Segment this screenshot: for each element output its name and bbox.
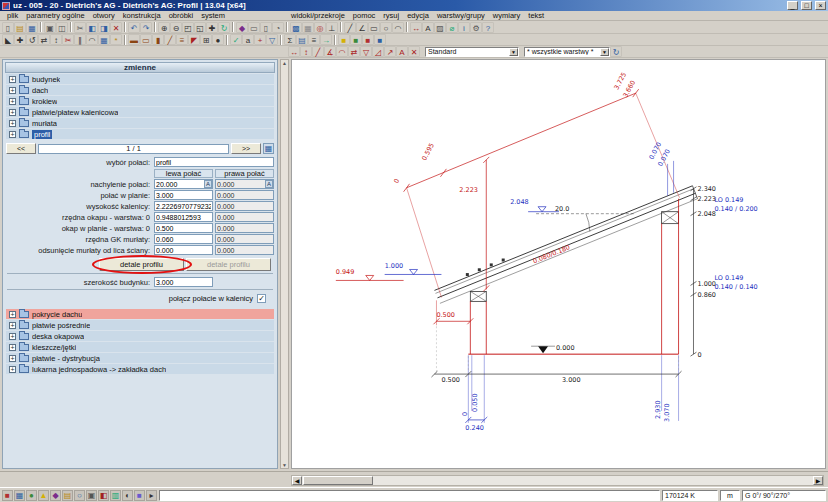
paste-icon[interactable]: ◨: [98, 22, 110, 33]
print-preview-icon[interactable]: ◫: [56, 22, 68, 33]
post-tool-icon[interactable]: ▮: [152, 34, 164, 45]
next-page-button[interactable]: >>: [231, 143, 261, 154]
profile-details-left-button[interactable]: detale profilu: [99, 258, 184, 271]
grid-icon[interactable]: ▦: [302, 22, 314, 33]
open-file-icon[interactable]: ▤: [14, 22, 26, 33]
dim-leader-icon[interactable]: ↗: [384, 46, 396, 57]
component-item-płatwie-pośrednie[interactable]: +płatwie pośrednie: [6, 320, 274, 330]
hatch-icon[interactable]: ▨: [434, 22, 446, 33]
pan-icon[interactable]: ✚: [206, 22, 218, 33]
input-rzędna-gk-murłaty-left[interactable]: [154, 234, 213, 244]
status-app-7-icon[interactable]: ○: [74, 490, 85, 501]
preset-dropdown[interactable]: Standard ▼: [425, 47, 519, 57]
text-icon[interactable]: A: [422, 22, 434, 33]
draw-polyline-icon[interactable]: ∠: [356, 22, 368, 33]
menu-tekst[interactable]: tekst: [524, 11, 548, 21]
menu-rysuj[interactable]: rysuj: [379, 11, 403, 21]
material-red-icon[interactable]: ■: [362, 34, 374, 45]
scroll-left-icon[interactable]: ◀: [292, 476, 302, 485]
expand-icon[interactable]: +: [9, 366, 16, 373]
status-app-12-icon[interactable]: ■: [134, 490, 145, 501]
dim-edit-icon[interactable]: A: [396, 46, 408, 57]
menu-otwory[interactable]: otwory: [89, 11, 119, 21]
tree-item-dach[interactable]: +dach: [6, 85, 274, 95]
join-ridge-checkbox[interactable]: ✓: [257, 294, 266, 303]
expand-icon[interactable]: +: [9, 311, 16, 318]
input-rzędna-okapu-warstwa-0-left[interactable]: [154, 212, 213, 222]
expand-icon[interactable]: +: [9, 87, 16, 94]
tree-item-krokiew[interactable]: +krokiew: [6, 96, 274, 106]
snap-icon[interactable]: ◎: [314, 22, 326, 33]
menu-plik[interactable]: plik: [3, 11, 22, 21]
status-app-5-icon[interactable]: ◆: [50, 490, 61, 501]
redraw-icon[interactable]: ↻: [218, 22, 230, 33]
component-item-płatwie-dystrybucja[interactable]: +płatwie - dystrybucja: [6, 353, 274, 363]
view-3d-icon[interactable]: ◆: [236, 22, 248, 33]
input-odsunięcie-murłaty-od-lica-ściany-left[interactable]: [154, 245, 213, 255]
dim-arc-icon[interactable]: ◠: [336, 46, 348, 57]
label-icon[interactable]: a: [242, 34, 254, 45]
expand-icon[interactable]: +: [9, 76, 16, 83]
chevron-down-icon[interactable]: ▼: [600, 48, 609, 56]
menu-pomoc[interactable]: pomoc: [349, 11, 380, 21]
draw-rect-icon[interactable]: ▭: [368, 22, 380, 33]
status-app-4-icon[interactable]: ▲: [38, 490, 49, 501]
scroll-right-icon[interactable]: ▶: [813, 476, 823, 485]
menu-parametry-ogólne[interactable]: parametry ogólne: [22, 11, 88, 21]
settings-icon[interactable]: ⚙: [470, 22, 482, 33]
expand-icon[interactable]: +: [9, 355, 16, 362]
status-app-8-icon[interactable]: ▣: [86, 490, 97, 501]
dim-level-icon[interactable]: ▽: [360, 46, 372, 57]
expand-icon[interactable]: +: [9, 333, 16, 340]
beam-tool-icon[interactable]: ▭: [140, 34, 152, 45]
mark-icon[interactable]: ✓: [230, 34, 242, 45]
status-app-6-icon[interactable]: ▤: [62, 490, 73, 501]
scroll-up-icon[interactable]: ▲: [282, 60, 287, 66]
menu-widoki-przekroje[interactable]: widoki/przekroje: [287, 11, 349, 21]
dim-chain-icon[interactable]: ⇄: [348, 46, 360, 57]
expand-icon[interactable]: +: [9, 120, 16, 127]
expand-icon[interactable]: +: [9, 131, 16, 138]
calculator-icon[interactable]: A: [265, 180, 273, 188]
draw-arc-icon[interactable]: ◠: [392, 22, 404, 33]
prev-page-button[interactable]: <<: [6, 143, 36, 154]
building-width-input[interactable]: [154, 277, 213, 287]
component-item-lukarna-jednospadowa-zakładka-dach[interactable]: +lukarna jednospadowa -> zakładka dach: [6, 364, 274, 374]
rotate-icon[interactable]: ↺: [26, 34, 38, 45]
layers-icon[interactable]: ▩: [290, 22, 302, 33]
roof-tool-icon[interactable]: ◤: [188, 34, 200, 45]
zoom-extents-icon[interactable]: ◱: [194, 22, 206, 33]
status-app-1-icon[interactable]: ■: [2, 490, 13, 501]
tree-item-budynek[interactable]: +budynek: [6, 74, 274, 84]
material-blue-icon[interactable]: ■: [374, 34, 386, 45]
dim-horizontal-icon[interactable]: ↔: [288, 46, 300, 57]
menu-edycja[interactable]: edycja: [403, 11, 433, 21]
view-front-icon[interactable]: ▯: [260, 22, 272, 33]
level-mark-icon[interactable]: ▽: [266, 34, 278, 45]
minimize-button[interactable]: _: [787, 1, 798, 10]
dim-aligned-icon[interactable]: ╱: [312, 46, 324, 57]
draw-circle-icon[interactable]: ○: [380, 22, 392, 33]
expand-icon[interactable]: +: [9, 109, 16, 116]
calculator-icon[interactable]: A: [204, 180, 212, 188]
tree-item-murłata[interactable]: +murłata: [6, 118, 274, 128]
mirror-icon[interactable]: ⇄: [38, 34, 50, 45]
redo-icon[interactable]: ↷: [140, 22, 152, 33]
component-item-pokrycie-dachu[interactable]: +pokrycie dachu: [6, 309, 274, 319]
scroll-down-icon[interactable]: ▼: [282, 462, 287, 468]
array-icon[interactable]: ▦: [98, 34, 110, 45]
copy-icon[interactable]: ◧: [86, 22, 98, 33]
menu-system[interactable]: system: [197, 11, 229, 21]
delete-icon[interactable]: ✕: [110, 22, 122, 33]
undo-icon[interactable]: ↶: [128, 22, 140, 33]
expand-icon[interactable]: +: [9, 98, 16, 105]
status-app-2-icon[interactable]: ▦: [14, 490, 25, 501]
zoom-out-icon[interactable]: ⊖: [170, 22, 182, 33]
table-icon[interactable]: ▤: [296, 34, 308, 45]
explode-icon[interactable]: *: [110, 34, 122, 45]
dim-vertical-icon[interactable]: ↕: [300, 46, 312, 57]
list-icon[interactable]: ≡: [308, 34, 320, 45]
move-icon[interactable]: ✚: [14, 34, 26, 45]
dim-delete-icon[interactable]: ✕: [408, 46, 420, 57]
expand-icon[interactable]: +: [9, 344, 16, 351]
